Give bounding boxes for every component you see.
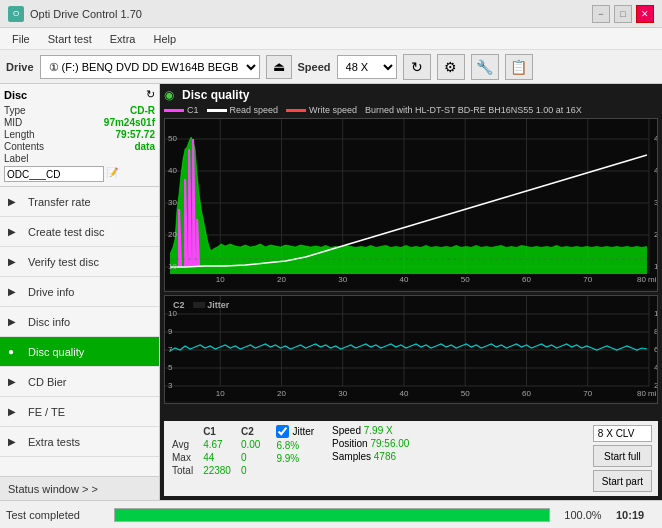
- statusbar: Test completed 100.0% 10:19: [0, 500, 662, 528]
- nav-verify-test-disc[interactable]: ▶ Verify test disc: [0, 247, 159, 277]
- samples-value: 4786: [374, 451, 396, 462]
- titlebar: O Opti Drive Control 1.70 − □ ✕: [0, 0, 662, 28]
- disc-label-input-row: 📝: [4, 166, 155, 182]
- svg-text:10: 10: [216, 275, 225, 284]
- svg-text:32 X: 32 X: [654, 198, 657, 207]
- c1c2-stats-table: C1 C2 Avg 4.67 0.00 Max 44 0 Total: [170, 425, 268, 477]
- speed-label-text: Speed: [332, 425, 364, 436]
- avg-c1: 4.67: [201, 438, 239, 451]
- status-window-link[interactable]: Status window > >: [0, 476, 159, 500]
- minimize-button[interactable]: −: [592, 5, 610, 23]
- col-c1: C1: [201, 425, 239, 438]
- maximize-button[interactable]: □: [614, 5, 632, 23]
- svg-text:7: 7: [168, 345, 173, 354]
- legend-read-speed: Read speed: [207, 105, 279, 115]
- app-icon: O: [8, 6, 24, 22]
- close-button[interactable]: ✕: [636, 5, 654, 23]
- nav-fe-te[interactable]: ▶ FE / TE: [0, 397, 159, 427]
- svg-text:10%: 10%: [654, 309, 657, 318]
- menu-start-test[interactable]: Start test: [40, 31, 100, 47]
- disc-label-input[interactable]: [4, 166, 104, 182]
- svg-text:40: 40: [168, 166, 177, 175]
- total-c1: 22380: [201, 464, 239, 477]
- top-chart-svg: 48 X 40 X 32 X 24 X 16 X 50 40 30 20 10 …: [165, 119, 657, 289]
- disc-label-icon[interactable]: 📝: [106, 167, 120, 181]
- svg-text:70: 70: [583, 275, 592, 284]
- nav-disc-info[interactable]: ▶ Disc info: [0, 307, 159, 337]
- legend-c1-color: [164, 109, 184, 112]
- status-text: Test completed: [6, 509, 106, 521]
- label-label: Label: [4, 153, 28, 164]
- svg-text:20: 20: [168, 230, 177, 239]
- avg-c2: 0.00: [239, 438, 268, 451]
- drivebar: Drive ① (F:) BENQ DVD DD EW164B BEGB ⏏ S…: [0, 50, 662, 84]
- nav-extra-tests[interactable]: ▶ Extra tests: [0, 427, 159, 457]
- length-value: 79:57.72: [116, 129, 155, 140]
- svg-text:40: 40: [400, 389, 409, 398]
- top-chart: 48 X 40 X 32 X 24 X 16 X 50 40 30 20 10 …: [164, 118, 658, 292]
- chart-title: Disc quality: [182, 88, 249, 102]
- speed-value: 7.99 X: [364, 425, 393, 436]
- nav-icon: ▶: [8, 286, 22, 297]
- svg-text:60: 60: [522, 275, 531, 284]
- nav-cd-bier[interactable]: ▶ CD Bier: [0, 367, 159, 397]
- svg-text:5: 5: [168, 363, 173, 372]
- info-button[interactable]: 📋: [505, 54, 533, 80]
- stats-total-row: Total 22380 0: [170, 464, 268, 477]
- settings-button2[interactable]: 🔧: [471, 54, 499, 80]
- nav-create-test-disc[interactable]: ▶ Create test disc: [0, 217, 159, 247]
- svg-text:20: 20: [277, 275, 286, 284]
- max-c1: 44: [201, 451, 239, 464]
- nav-icon: ●: [8, 346, 22, 357]
- charts-container: 48 X 40 X 32 X 24 X 16 X 50 40 30 20 10 …: [164, 118, 658, 421]
- type-label: Type: [4, 105, 26, 116]
- speed-select[interactable]: 48 X: [337, 55, 397, 79]
- type-value: CD-R: [130, 105, 155, 116]
- start-part-button[interactable]: Start part: [593, 470, 652, 492]
- svg-text:60: 60: [522, 389, 531, 398]
- nav-drive-info[interactable]: ▶ Drive info: [0, 277, 159, 307]
- svg-text:24 X: 24 X: [654, 230, 657, 239]
- svg-text:30: 30: [338, 389, 347, 398]
- position-value: 79:56.00: [370, 438, 409, 449]
- stats-section: C1 C2 Avg 4.67 0.00 Max 44 0 Total: [164, 421, 658, 496]
- disc-refresh-icon[interactable]: ↻: [146, 88, 155, 101]
- jitter-checkbox[interactable]: [276, 425, 289, 438]
- nav-label: CD Bier: [28, 376, 67, 388]
- chart-header: ◉ Disc quality: [164, 88, 658, 102]
- svg-text:6%: 6%: [654, 345, 657, 354]
- nav-icon: ▶: [8, 376, 22, 387]
- stats-max-row: Max 44 0: [170, 451, 268, 464]
- app-title: Opti Drive Control 1.70: [30, 8, 142, 20]
- refresh-button[interactable]: ↻: [403, 54, 431, 80]
- svg-text:Jitter: Jitter: [207, 300, 230, 310]
- menu-file[interactable]: File: [4, 31, 38, 47]
- settings-button1[interactable]: ⚙: [437, 54, 465, 80]
- legend-c1-label: C1: [187, 105, 199, 115]
- length-label: Length: [4, 129, 35, 140]
- nav-disc-quality[interactable]: ● Disc quality: [0, 337, 159, 367]
- chart-legend: C1 Read speed Write speed Burned with HL…: [164, 105, 658, 115]
- menubar: File Start test Extra Help: [0, 28, 662, 50]
- svg-text:3: 3: [168, 381, 173, 390]
- max-c2: 0: [239, 451, 268, 464]
- eject-button[interactable]: ⏏: [266, 55, 292, 79]
- jitter-section: Jitter 6.8% 9.9%: [276, 425, 314, 464]
- nav-transfer-rate[interactable]: ▶ Transfer rate: [0, 187, 159, 217]
- progress-bar: [115, 509, 549, 521]
- drive-label: Drive: [6, 61, 34, 73]
- status-window-label: Status window > >: [8, 483, 98, 495]
- nav-label: Create test disc: [28, 226, 104, 238]
- menu-help[interactable]: Help: [145, 31, 184, 47]
- legend-write-speed: Write speed: [286, 105, 357, 115]
- nav-icon: ▶: [8, 226, 22, 237]
- nav-label: Transfer rate: [28, 196, 91, 208]
- drive-select[interactable]: ① (F:) BENQ DVD DD EW164B BEGB: [40, 55, 260, 79]
- jitter-max-row: 9.9%: [276, 453, 314, 464]
- menu-extra[interactable]: Extra: [102, 31, 144, 47]
- col-empty: [170, 425, 201, 438]
- start-full-button[interactable]: Start full: [593, 445, 652, 467]
- nav-label: Extra tests: [28, 436, 80, 448]
- svg-text:20: 20: [277, 389, 286, 398]
- contents-label: Contents: [4, 141, 44, 152]
